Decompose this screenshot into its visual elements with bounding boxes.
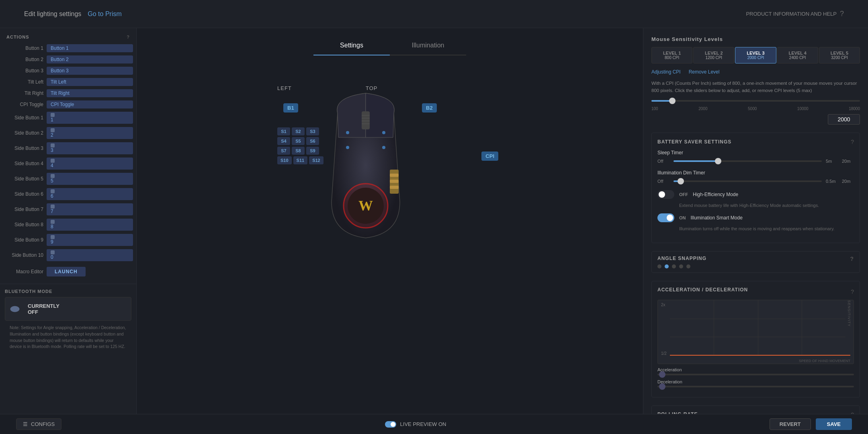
action-label-0: Button 1: [3, 45, 43, 51]
configs-button[interactable]: ☰ CONFIGS: [16, 418, 61, 430]
side-btn-s3[interactable]: S3: [306, 127, 319, 135]
action-badge-10[interactable]: 5: [47, 173, 133, 185]
action-badge-8[interactable]: 3: [47, 142, 133, 154]
accel-acceleration-slider[interactable]: [657, 374, 854, 375]
angle-snapping-section: ANGLE SNAPPING ?: [651, 251, 860, 273]
tab-settings[interactable]: Settings: [313, 36, 390, 55]
action-row-14: Side Button 99: [0, 232, 136, 248]
accel-curve-line: [670, 355, 850, 356]
action-badge-9[interactable]: 4: [47, 158, 133, 170]
launch-button[interactable]: LAUNCH: [47, 267, 86, 276]
cpi-slider-thumb[interactable]: [669, 98, 676, 104]
action-badge-15[interactable]: 0: [47, 249, 133, 261]
angle-dot-1[interactable]: [657, 264, 661, 268]
action-badge-1[interactable]: Button 2: [47, 55, 133, 63]
sleep-timer-slider-row: Off 5m 20m: [657, 159, 854, 164]
button-b1-tag[interactable]: B1: [283, 103, 298, 113]
side-btn-s5[interactable]: S5: [292, 137, 305, 145]
accel-deceleration-slider[interactable]: [657, 386, 854, 387]
sleep-slider-track[interactable]: [674, 160, 822, 162]
angle-dot-2[interactable]: [665, 264, 669, 268]
side-btn-s11[interactable]: S11: [293, 156, 308, 164]
action-badge-6[interactable]: 1: [47, 112, 133, 124]
accel-acceleration-thumb[interactable]: [659, 371, 665, 378]
action-row-2: Button 3Button 3: [0, 65, 136, 76]
battery-title: BATTERY SAVER SETTINGS: [657, 139, 731, 145]
smart-mode-toggle[interactable]: [657, 213, 674, 222]
dim-slider-thumb[interactable]: [678, 178, 684, 184]
side-btn-s1[interactable]: S1: [277, 127, 290, 135]
side-btn-s10[interactable]: S10: [277, 156, 292, 164]
angle-dot-3[interactable]: [672, 264, 676, 268]
angle-dot-5[interactable]: [686, 264, 690, 268]
header-right: PRODUCT INFORMATION AND HELP ?: [746, 10, 844, 18]
label-left: LEFT: [277, 85, 292, 91]
angle-help-icon[interactable]: ?: [850, 256, 854, 262]
side-btn-s6[interactable]: S6: [306, 137, 319, 145]
cpi-description: With a CPI (Counts Per Inch) setting of …: [651, 80, 860, 94]
cpi-value-input[interactable]: [828, 114, 860, 125]
action-label-3: Tilt Left: [3, 79, 43, 85]
adjusting-cpi-btn[interactable]: Adjusting CPI: [651, 69, 681, 75]
side-btn-s4[interactable]: S4: [277, 137, 290, 145]
dim-slider-track[interactable]: [674, 180, 822, 182]
high-efficiency-toggle-knob: [659, 191, 665, 198]
accel-deceleration-thumb[interactable]: [659, 383, 665, 390]
button-b2-tag[interactable]: B2: [422, 103, 437, 113]
action-label-4: Tilt Right: [3, 90, 43, 96]
revert-button[interactable]: REVERT: [770, 418, 811, 430]
cpi-slider-track[interactable]: [651, 100, 860, 102]
action-badge-5[interactable]: CPI Toggle: [47, 100, 133, 108]
action-rows: Button 1Button 1Button 2Button 2Button 3…: [0, 43, 136, 263]
accel-help-icon[interactable]: ?: [851, 289, 854, 295]
side-btn-s8[interactable]: S8: [292, 147, 305, 155]
accel-graph: 2x 1/2 SPEED OF HAND MOVEMENT SENSITIVIT…: [657, 300, 854, 364]
dim-timer-slider-row: Off 0.5m 20m: [657, 179, 854, 184]
smart-mode-desc: Illumination turns off while the mouse i…: [657, 225, 854, 232]
remove-level-btn[interactable]: Remove Level: [689, 69, 720, 75]
help-circle-icon[interactable]: ?: [840, 10, 844, 18]
tab-illumination[interactable]: Illumination: [390, 36, 466, 55]
button-cpi-tag[interactable]: CPI: [481, 151, 498, 161]
high-efficiency-toggle[interactable]: [657, 190, 674, 199]
smart-mode-label: Illumination Smart Mode: [691, 215, 743, 221]
action-badge-14[interactable]: 9: [47, 234, 133, 246]
sleep-off-label: Off: [657, 159, 669, 164]
action-badge-13[interactable]: 8: [47, 219, 133, 231]
battery-help-icon[interactable]: ?: [851, 139, 854, 145]
save-button[interactable]: SAVE: [816, 418, 852, 430]
action-badge-12[interactable]: 7: [47, 203, 133, 215]
angle-dot-4[interactable]: [679, 264, 683, 268]
sleep-slider-thumb[interactable]: [715, 158, 721, 164]
action-badge-3[interactable]: Tilt Left: [47, 78, 133, 86]
sidebar-help-icon[interactable]: ?: [127, 35, 130, 39]
cpi-level-3[interactable]: LEVEL 3 2000 CPI: [735, 47, 776, 63]
action-label-15: Side Button 10: [3, 252, 43, 258]
macro-label: Macro Editor: [3, 269, 43, 274]
action-badge-0[interactable]: Button 1: [47, 44, 133, 52]
polling-rate-section: POLLING RATE ?: [651, 405, 860, 414]
action-row-0: Button 1Button 1: [0, 43, 136, 54]
accel-y-fraction: 1/2: [661, 351, 667, 356]
cpi-level-5[interactable]: LEVEL 5 3200 CPI: [819, 47, 860, 63]
sleep-max-label: 20m: [842, 159, 854, 164]
cpi-level-4[interactable]: LEVEL 4 2400 CPI: [777, 47, 818, 63]
side-btn-s9[interactable]: S9: [306, 147, 319, 155]
accel-acceleration-label: Acceleration: [657, 367, 854, 372]
live-preview-toggle[interactable]: [385, 421, 396, 428]
product-info-label[interactable]: PRODUCT INFORMATION AND HELP: [746, 11, 837, 17]
cpi-level-2[interactable]: LEVEL 2 1200 CPI: [693, 47, 734, 63]
grid-line-v3: [802, 300, 802, 356]
go-to-prism-link[interactable]: Go to Prism: [88, 10, 121, 18]
action-row-12: Side Button 77: [0, 202, 136, 217]
header-title: Edit lighting settings: [24, 10, 81, 18]
cpi-level-1[interactable]: LEVEL 1 800 CPI: [651, 47, 692, 63]
action-badge-4[interactable]: Tilt Right: [47, 89, 133, 97]
action-badge-7[interactable]: 2: [47, 127, 133, 139]
side-btn-s7[interactable]: S7: [277, 147, 290, 155]
bottom-bar: ☰ CONFIGS LIVE PREVIEW ON REVERT SAVE: [0, 414, 868, 434]
svg-point-7: [346, 146, 349, 149]
action-badge-11[interactable]: 6: [47, 188, 133, 200]
action-badge-2[interactable]: Button 3: [47, 67, 133, 75]
side-btn-s2[interactable]: S2: [292, 127, 305, 135]
